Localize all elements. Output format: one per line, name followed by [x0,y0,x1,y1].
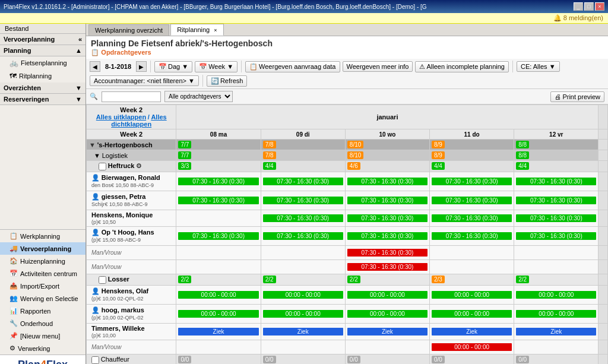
emp-giessen-d5[interactable]: 07:30 - 16:30 (0:30) [514,191,598,210]
sidebar-item-ritplanning[interactable]: 🗺 Ritplanning [0,69,86,83]
employee-icon: 👤 [91,174,100,181]
emp-olaf-d5[interactable]: 00:00 - 00:00 [514,285,598,304]
manvrouw3-d1 [176,340,261,354]
rapport-icon: 📊 [10,307,18,315]
losser-d5: 2/2 [514,274,598,285]
emp-timmers-d4[interactable]: Ziek [430,323,514,340]
settings-icon[interactable]: ⚙ [136,162,142,169]
meer-info-button[interactable]: Weergeven meer info [343,61,413,72]
dept-scroll [598,150,608,161]
sidebar-item-fietsenplanning[interactable]: 🚲 Fietsenplanning [0,56,86,69]
emp-monique-d4[interactable]: 07:30 - 16:30 (0:30) [430,210,514,226]
notification-text: 🔔 8 melding(en) [553,14,603,21]
footer-chauffeur-d4: 0/0 [430,354,514,364]
manvrouw3-d4[interactable]: 00:00 - 00:00 [430,340,514,354]
maximize-button[interactable]: □ [584,2,594,11]
emp-giessen-name: 👤 giessen, Petra Schijr€ 10,50 88-ABC-9 [87,191,176,210]
emp-markus-d4[interactable]: 00:00 - 00:00 [430,304,514,323]
emp-markus-d1[interactable]: 00:00 - 00:00 [176,304,261,323]
chauffeur-checkbox[interactable] [91,356,99,364]
print-preview-button[interactable]: 🖨 Print preview [550,91,604,102]
route-icon: 🗺 [10,72,17,80]
emp-timmers-d2[interactable]: Ziek [261,323,345,340]
vehicle-d5: 4/4 [514,161,598,172]
prev-date-button[interactable]: ◀ [90,61,100,72]
week-button[interactable]: 📅 Week ▼ [195,61,238,72]
sidebar-item-import[interactable]: 📤 Import/Export [0,280,86,292]
sidebar-item-werkplanning[interactable]: 📋 Werkplanning [0,230,86,242]
emp-monique-d3[interactable]: 07:30 - 16:30 (0:30) [345,210,429,226]
incomplete-button[interactable]: ⚠ Alleen incomplete planning [415,61,508,72]
dag-button[interactable]: 📅 Dag ▼ [154,61,192,72]
sidebar-item-verwerking[interactable]: ⚙ Verwerking [0,342,86,354]
emp-olaf-d1[interactable]: 00:00 - 00:00 [176,285,261,304]
next-date-button[interactable]: ▶ [136,61,147,72]
aanvraag-button[interactable]: 📋 Weergeven aanvraag data [245,61,340,72]
search-input[interactable] [102,91,161,102]
sidebar-item-rapporten[interactable]: 📊 Rapporten [0,305,86,317]
emp-ophoog-d2[interactable]: 07:30 - 16:30 (0:30) [261,226,345,245]
sidebar-section-reserveringen[interactable]: Reserveringen ▼ [0,94,86,105]
week-col-header: Week 2 Alles uitklappen / Alles dichtkla… [87,105,176,129]
sidebar-item-nieuwmenu[interactable]: 📌 [Nieuw menu] [0,330,86,342]
emp-giessen-d4[interactable]: 07:30 - 16:30 (0:30) [430,191,514,210]
emp-olaf-d3[interactable]: 00:00 - 00:00 [345,285,429,304]
emp-markus-d2[interactable]: 00:00 - 00:00 [261,304,345,323]
aanvraag-icon: 📋 [249,63,258,71]
emp-giessen-d3[interactable]: 07:30 - 16:30 (0:30) [345,191,429,210]
emp-ophoog-d4[interactable]: 07:30 - 16:30 (0:30) [430,226,514,245]
minimize-button[interactable]: _ [574,2,583,11]
losser-checkbox[interactable] [99,276,106,284]
emp-giessen-d2[interactable]: 07:30 - 16:30 (0:30) [261,191,345,210]
emp-timmers-d5[interactable]: Ziek [514,323,598,340]
manvrouw3-d3 [345,340,429,354]
sidebar-section-vervoerplanning[interactable]: Vervoerplanning « [0,34,86,45]
tab-ritplanning[interactable]: Ritplanning × [170,24,223,36]
emp-timmers-d3[interactable]: Ziek [345,323,429,340]
emp-monique-d2[interactable]: 07:30 - 16:30 (0:30) [261,210,345,226]
manvrouw2-d3[interactable]: 07:30 - 16:30 (0:30) [345,259,429,274]
employee-icon: 👤 [91,287,100,295]
manvrouw1-d3[interactable]: 07:30 - 16:30 (0:30) [345,245,429,259]
emp-bierwagen-d2[interactable]: 07:30 - 16:30 (0:30) [261,172,345,191]
sidebar-section-overzichten[interactable]: Overzichten ▼ [0,83,86,94]
emp-bierwagen-d5[interactable]: 07:30 - 16:30 (0:30) [514,172,598,191]
sidebar-item-onderhoud[interactable]: 🔧 Onderhoud [0,317,86,330]
content-area: Werkplanning overzicht Ritplanning × Pla… [86,24,608,364]
alles-uitklappen-link[interactable]: Alles uitklappen [96,113,146,121]
sidebar-item-activiteiten[interactable]: 📅 Activiteiten centrum [0,267,86,280]
manvrouw1-d1 [176,245,261,259]
emp-ophoog-d1[interactable]: 07:30 - 16:30 (0:30) [176,226,261,245]
emp-giessen-d1[interactable]: 07:30 - 16:30 (0:30) [176,191,261,210]
menu-bestand[interactable]: Bestand [2,24,31,33]
sidebar-item-huizenplanning[interactable]: 🏠 Huizenplanning [0,255,86,267]
emp-timmers-d1[interactable]: Ziek [176,323,261,340]
emp-ophoog-d5[interactable]: 07:30 - 16:30 (0:30) [514,226,598,245]
emp-olaf-d2[interactable]: 00:00 - 00:00 [261,285,345,304]
emp-timmers-scroll [598,323,608,340]
manvrouw2-name: Man/Vrouw [87,259,176,274]
table-row: Chauffeur 0/0 0/0 0/0 0/0 0/0 [87,354,608,364]
opdrachtgevers-select[interactable]: Alle opdrachtgevers [164,91,233,102]
sidebar-item-vervoerplanning[interactable]: 🚚 Vervoerplanning [0,242,86,255]
emp-bierwagen-d1[interactable]: 07:30 - 16:30 (0:30) [176,172,261,191]
emp-bierwagen-d3[interactable]: 07:30 - 16:30 (0:30) [345,172,429,191]
tab-close-icon[interactable]: × [214,27,217,33]
tab-werkplanning[interactable]: Werkplanning overzicht [88,24,169,36]
close-button[interactable]: × [595,2,604,11]
grid-area[interactable]: Week 2 Alles uitklappen / Alles dichtkla… [86,105,608,364]
manvrouw3-d2 [261,340,345,354]
emp-monique-d5[interactable]: 07:30 - 16:30 (0:30) [514,210,598,226]
accountmanager-button[interactable]: Accountmanager: <niet filteren> ▼ [90,75,199,86]
losser-d4: 2/3 [430,274,514,285]
ce-button[interactable]: CE: Alles ▼ [517,61,560,72]
sidebar-section-planning[interactable]: Planning ▲ [0,45,86,56]
emp-ophoog-d3[interactable]: 07:30 - 16:30 (0:30) [345,226,429,245]
sidebar-item-werving[interactable]: 👥 Werving en Selectie [0,292,86,305]
emp-markus-d3[interactable]: 00:00 - 00:00 [345,304,429,323]
emp-markus-d5[interactable]: 00:00 - 00:00 [514,304,598,323]
refresh-button[interactable]: 🔄 Refresh [207,75,248,87]
vehicle-checkbox[interactable] [99,163,106,170]
emp-bierwagen-d4[interactable]: 07:30 - 16:30 (0:30) [430,172,514,191]
emp-olaf-d4[interactable]: 00:00 - 00:00 [430,285,514,304]
